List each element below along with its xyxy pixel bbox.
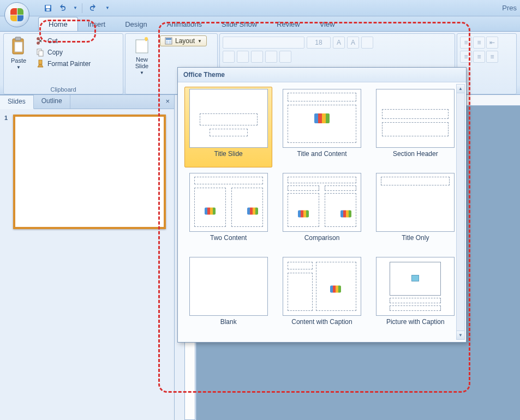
tab-slides-thumbnails[interactable]: Slides bbox=[0, 95, 34, 109]
layout-thumb bbox=[376, 257, 455, 316]
layout-title-slide[interactable]: Title Slide bbox=[184, 87, 272, 167]
gallery-grid: Title Slide Title and Content Section He… bbox=[178, 82, 466, 340]
layout-title-and-content[interactable]: Title and Content bbox=[278, 87, 366, 167]
bold-button[interactable] bbox=[223, 51, 235, 63]
layout-blank[interactable]: Blank bbox=[184, 255, 272, 335]
clipboard-group-label: Clipboard bbox=[7, 85, 120, 93]
dropdown-arrow-icon: ▼ bbox=[16, 65, 21, 70]
layout-label: Title and Content bbox=[297, 150, 347, 165]
layout-gallery: Office Theme Title Slide Title and Conte… bbox=[177, 67, 467, 343]
layout-icon bbox=[165, 37, 172, 45]
tab-outline[interactable]: Outline bbox=[34, 95, 70, 109]
slide-thumbnail-row: 1 bbox=[4, 115, 170, 229]
layout-section-header[interactable]: Section Header bbox=[372, 87, 459, 167]
layout-comparison[interactable]: Comparison bbox=[278, 171, 366, 251]
redo-icon bbox=[88, 4, 97, 13]
layout-thumb bbox=[376, 173, 455, 232]
shrink-font-button[interactable]: A bbox=[347, 37, 359, 49]
clear-formatting-button[interactable] bbox=[361, 37, 373, 49]
slide-pane: Slides Outline × 1 bbox=[0, 95, 175, 420]
copy-label: Copy bbox=[47, 49, 63, 56]
layout-label: Content with Caption bbox=[291, 318, 352, 333]
underline-button[interactable] bbox=[251, 51, 263, 63]
window-title: Pres bbox=[502, 4, 520, 12]
svg-rect-5 bbox=[15, 42, 22, 52]
office-logo-icon bbox=[10, 8, 23, 21]
layout-button[interactable]: Layout ▼ bbox=[160, 35, 207, 46]
cut-label: Cut bbox=[47, 37, 58, 45]
svg-rect-1 bbox=[46, 5, 50, 8]
qat-separator bbox=[82, 3, 82, 13]
new-slide-label: New Slide bbox=[135, 56, 148, 69]
scroll-up-button[interactable]: ▲ bbox=[457, 85, 464, 93]
layout-two-content[interactable]: Two Content bbox=[184, 171, 272, 251]
quick-access-toolbar: ▼ ▼ bbox=[41, 2, 114, 14]
new-slide-button[interactable]: New Slide ▼ bbox=[128, 35, 156, 92]
layout-label: Blank bbox=[220, 318, 237, 333]
tab-slide-show[interactable]: Slide Show bbox=[212, 17, 267, 31]
grow-font-button[interactable]: A bbox=[333, 37, 345, 49]
slide-pane-tabs: Slides Outline × bbox=[0, 95, 174, 109]
gallery-scrollbar[interactable]: ▲ ▼ bbox=[456, 84, 465, 340]
paste-icon bbox=[10, 37, 27, 56]
tab-insert[interactable]: Insert bbox=[78, 17, 116, 31]
tab-view[interactable]: View bbox=[310, 17, 345, 31]
layout-title-only[interactable]: Title Only bbox=[372, 171, 459, 251]
svg-rect-4 bbox=[15, 37, 21, 40]
layout-content-with-caption[interactable]: Content with Caption bbox=[278, 255, 366, 335]
align-right-button[interactable]: ≡ bbox=[486, 51, 498, 63]
layout-thumb bbox=[189, 89, 268, 148]
group-clipboard: Paste ▼ Cut Copy Format Painter Clipboar… bbox=[3, 33, 123, 94]
brush-icon bbox=[36, 59, 45, 68]
slide-number: 1 bbox=[4, 115, 11, 229]
tab-home[interactable]: Home bbox=[38, 17, 78, 31]
numbering-button[interactable]: ≡ bbox=[473, 37, 485, 49]
copy-button[interactable]: Copy bbox=[34, 47, 93, 58]
office-button[interactable] bbox=[4, 2, 29, 27]
close-pane-button[interactable]: × bbox=[161, 95, 174, 109]
layout-thumb bbox=[189, 173, 268, 232]
scissors-icon bbox=[36, 37, 45, 45]
svg-rect-14 bbox=[166, 38, 171, 40]
layout-picture-with-caption[interactable]: Picture with Caption bbox=[372, 255, 459, 335]
cut-button[interactable]: Cut bbox=[34, 35, 93, 46]
format-painter-button[interactable]: Format Painter bbox=[34, 58, 93, 69]
italic-button[interactable] bbox=[237, 51, 249, 63]
dropdown-arrow-icon: ▼ bbox=[140, 70, 144, 75]
undo-button[interactable] bbox=[57, 2, 70, 14]
layout-thumb bbox=[283, 89, 361, 148]
svg-rect-10 bbox=[39, 60, 42, 64]
scroll-down-button[interactable]: ▼ bbox=[457, 331, 464, 339]
tab-animations[interactable]: Animations bbox=[157, 17, 212, 31]
paste-label: Paste bbox=[11, 57, 26, 64]
dropdown-arrow-icon: ▼ bbox=[198, 39, 202, 44]
redo-button[interactable] bbox=[86, 2, 99, 14]
tab-review[interactable]: Review bbox=[267, 17, 310, 31]
tab-design[interactable]: Design bbox=[115, 17, 157, 31]
bullets-button[interactable]: ≡ bbox=[460, 37, 472, 49]
title-bar: ▼ ▼ Pres bbox=[0, 0, 520, 16]
undo-more-button[interactable]: ▼ bbox=[72, 2, 79, 14]
align-center-button[interactable]: ≡ bbox=[473, 51, 485, 63]
font-family-combo[interactable] bbox=[223, 37, 304, 49]
svg-rect-16 bbox=[169, 40, 171, 44]
save-icon bbox=[44, 4, 52, 13]
layout-thumb bbox=[283, 173, 361, 232]
svg-rect-2 bbox=[46, 9, 50, 11]
layout-thumb bbox=[376, 89, 455, 148]
qat-customize-button[interactable]: ▼ bbox=[101, 2, 114, 14]
layout-label: Title Slide bbox=[214, 150, 243, 165]
align-left-button[interactable]: ≡ bbox=[460, 51, 472, 63]
layout-label: Picture with Caption bbox=[386, 318, 445, 333]
indent-button[interactable]: ⇤ bbox=[486, 37, 498, 49]
font-size-combo[interactable]: 18 bbox=[307, 37, 331, 49]
layout-label: Two Content bbox=[210, 234, 247, 249]
save-button[interactable] bbox=[41, 2, 55, 14]
paste-button[interactable]: Paste ▼ bbox=[7, 35, 31, 85]
layout-thumb bbox=[283, 257, 361, 316]
slide-thumbnail[interactable] bbox=[13, 115, 166, 229]
shadow-button[interactable] bbox=[279, 51, 291, 63]
new-slide-icon bbox=[134, 37, 150, 55]
thumbnail-area: 1 bbox=[0, 109, 174, 235]
strikethrough-button[interactable] bbox=[265, 51, 277, 63]
